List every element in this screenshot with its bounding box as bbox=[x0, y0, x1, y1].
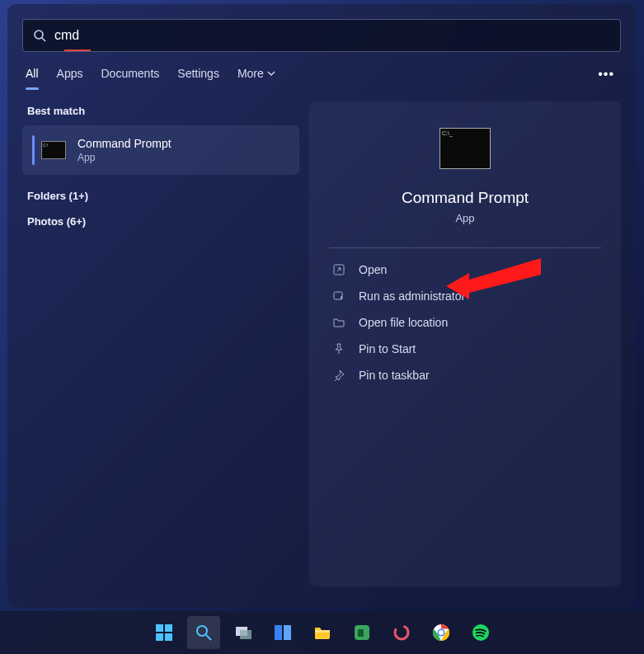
category-folders[interactable]: Folders (1+) bbox=[22, 183, 299, 209]
start-button[interactable] bbox=[148, 616, 181, 649]
cmd-icon bbox=[41, 141, 66, 159]
tab-indicator bbox=[26, 87, 39, 90]
svg-point-0 bbox=[35, 31, 43, 39]
chevron-down-icon bbox=[267, 69, 275, 78]
svg-rect-14 bbox=[284, 625, 291, 640]
task-view-button[interactable] bbox=[227, 616, 260, 649]
file-explorer-button[interactable] bbox=[306, 616, 339, 649]
action-open-file-location[interactable]: Open file location bbox=[329, 309, 601, 336]
pin-start-icon bbox=[332, 342, 346, 355]
preview-subtitle: App bbox=[455, 212, 474, 224]
overflow-menu-button[interactable]: ••• bbox=[598, 67, 614, 82]
search-icon bbox=[33, 29, 46, 42]
folder-icon bbox=[332, 316, 346, 329]
tab-settings[interactable]: Settings bbox=[177, 67, 219, 88]
category-photos[interactable]: Photos (6+) bbox=[22, 209, 299, 234]
selection-indicator bbox=[32, 135, 35, 165]
preview-pane: Command Prompt App Open Run as administr… bbox=[309, 101, 621, 586]
search-icon bbox=[195, 623, 213, 642]
best-match-label: Best match bbox=[22, 101, 299, 120]
start-search-panel: All Apps Documents Settings More ••• Bes… bbox=[7, 4, 636, 608]
action-pin-to-taskbar[interactable]: Pin to taskbar bbox=[329, 362, 601, 388]
svg-rect-12 bbox=[240, 630, 251, 639]
open-icon bbox=[332, 263, 346, 276]
action-label: Pin to Start bbox=[359, 342, 416, 355]
svg-rect-8 bbox=[165, 633, 172, 641]
svg-rect-7 bbox=[156, 633, 163, 641]
tab-apps[interactable]: Apps bbox=[57, 67, 83, 88]
svg-rect-6 bbox=[165, 624, 172, 632]
widgets-button[interactable] bbox=[266, 616, 299, 649]
action-pin-to-start[interactable]: Pin to Start bbox=[329, 336, 601, 362]
svg-line-1 bbox=[42, 38, 45, 41]
search-box[interactable] bbox=[22, 19, 621, 52]
svg-line-10 bbox=[206, 635, 211, 640]
ring-icon bbox=[393, 623, 411, 642]
preview-cmd-icon bbox=[440, 128, 491, 169]
divider bbox=[329, 247, 601, 248]
svg-point-9 bbox=[197, 626, 207, 636]
action-label: Open file location bbox=[359, 316, 448, 329]
search-input[interactable] bbox=[54, 28, 610, 43]
filter-tabs: All Apps Documents Settings More ••• bbox=[22, 67, 621, 88]
task-view-icon bbox=[233, 623, 253, 642]
tab-more[interactable]: More bbox=[237, 67, 275, 88]
chrome-button[interactable] bbox=[425, 616, 458, 649]
app-button-2[interactable] bbox=[385, 616, 418, 649]
svg-point-21 bbox=[439, 630, 444, 635]
tab-all[interactable]: All bbox=[26, 67, 39, 88]
preview-title: Command Prompt bbox=[402, 189, 529, 207]
result-command-prompt[interactable]: Command Prompt App bbox=[22, 125, 299, 175]
result-title: Command Prompt bbox=[78, 137, 172, 150]
app-icon bbox=[353, 623, 371, 642]
action-label: Pin to taskbar bbox=[359, 369, 430, 382]
chrome-icon bbox=[432, 623, 450, 642]
action-open[interactable]: Open bbox=[329, 256, 601, 283]
taskbar bbox=[0, 611, 644, 654]
app-button-1[interactable] bbox=[346, 616, 378, 649]
svg-rect-15 bbox=[315, 630, 330, 633]
result-subtitle: App bbox=[78, 152, 172, 163]
spotify-icon bbox=[472, 623, 490, 642]
results-column: Best match Command Prompt App Folders (1… bbox=[22, 101, 299, 586]
svg-point-18 bbox=[395, 626, 408, 639]
spellcheck-underline bbox=[64, 49, 91, 51]
widgets-icon bbox=[273, 623, 293, 642]
windows-icon bbox=[154, 623, 174, 642]
folder-icon bbox=[313, 623, 332, 642]
tab-documents[interactable]: Documents bbox=[101, 67, 159, 88]
search-button[interactable] bbox=[187, 616, 220, 649]
more-label: More bbox=[237, 67, 264, 80]
svg-rect-13 bbox=[275, 625, 282, 640]
action-label: Open bbox=[359, 263, 387, 276]
svg-rect-17 bbox=[358, 629, 364, 637]
svg-rect-5 bbox=[156, 624, 163, 632]
admin-icon bbox=[332, 289, 346, 303]
action-run-as-administrator[interactable]: Run as administrator bbox=[329, 283, 601, 309]
action-label: Run as administrator bbox=[359, 289, 465, 303]
spotify-button[interactable] bbox=[464, 616, 497, 649]
pin-taskbar-icon bbox=[332, 369, 346, 382]
